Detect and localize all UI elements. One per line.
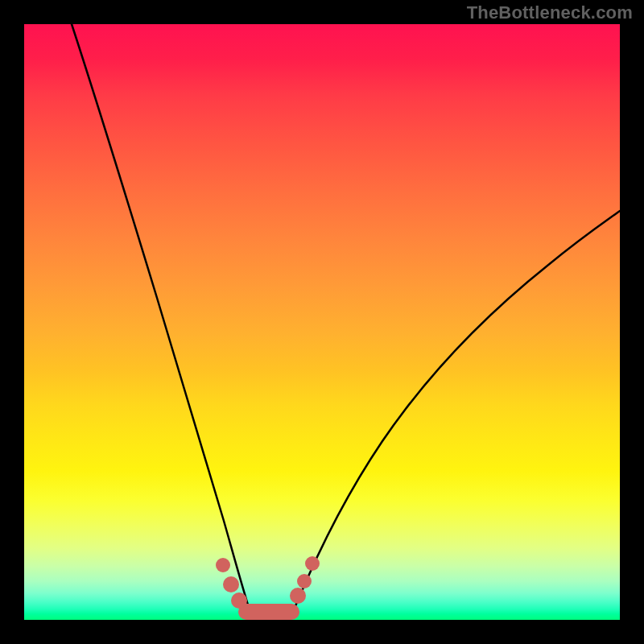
marker-dot bbox=[305, 556, 320, 571]
valley-bar bbox=[238, 604, 299, 620]
curve-right-branch bbox=[283, 211, 620, 620]
plot-area bbox=[24, 24, 620, 620]
watermark-text: TheBottleneck.com bbox=[467, 2, 633, 23]
curve-valley-floor bbox=[258, 620, 283, 621]
marker-dot bbox=[297, 574, 312, 588]
curve-layer bbox=[24, 24, 620, 620]
marker-dot bbox=[231, 592, 247, 609]
chart-frame: TheBottleneck.com bbox=[0, 0, 644, 644]
marker-dot bbox=[223, 576, 239, 592]
curve-left-branch bbox=[72, 24, 258, 620]
marker-dot bbox=[290, 588, 306, 604]
valley-highlight bbox=[216, 556, 320, 620]
marker-dot bbox=[216, 558, 230, 572]
